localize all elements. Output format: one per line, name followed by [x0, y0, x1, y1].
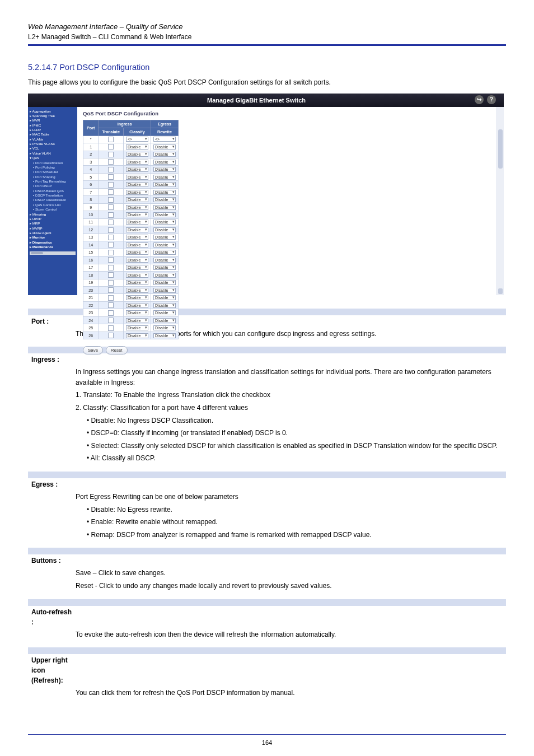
classify-select[interactable]: Disable — [126, 333, 148, 338]
sidebar-item[interactable]: ▸ LLDP — [30, 128, 76, 132]
sidebar-item[interactable]: ▸ MRP — [30, 221, 76, 226]
sidebar-item[interactable]: ▸ UPnP — [30, 217, 76, 221]
rewrite-select[interactable]: Disable — [153, 250, 176, 255]
translate-checkbox[interactable] — [108, 257, 114, 263]
classify-select[interactable]: Disable — [126, 295, 148, 300]
rewrite-select[interactable]: Disable — [153, 197, 176, 202]
translate-checkbox[interactable] — [108, 204, 114, 210]
help-icon[interactable]: ? — [487, 95, 496, 104]
rewrite-select[interactable]: Disable — [153, 235, 176, 240]
classify-select[interactable]: Disable — [126, 258, 148, 263]
sidebar-item[interactable]: ▾ QoS — [30, 156, 76, 160]
classify-select[interactable]: Disable — [126, 273, 148, 278]
sidebar-item[interactable]: ▪ Port Shaping — [30, 175, 76, 179]
sidebar-item[interactable]: ▸ VLANs — [30, 137, 76, 142]
sidebar-item[interactable]: ▸ Diagnostics — [30, 240, 76, 245]
sidebar-item[interactable]: ▪ Port DSCP — [30, 184, 76, 188]
rewrite-select[interactable]: Disable — [153, 182, 176, 187]
classify-select[interactable]: Disable — [126, 212, 148, 217]
classify-select[interactable]: Disable — [126, 220, 148, 225]
translate-checkbox[interactable] — [108, 287, 114, 293]
sidebar-item[interactable]: ▪ DSCP-Based QoS — [30, 189, 76, 193]
translate-checkbox[interactable] — [108, 182, 114, 188]
sidebar-item[interactable]: ▪ Port Scheduler — [30, 170, 76, 174]
sidebar-item[interactable]: ▸ Aggregation — [30, 109, 76, 114]
rewrite-select[interactable]: Disable — [153, 258, 176, 263]
classify-select[interactable]: Disable — [126, 152, 148, 157]
classify-select[interactable]: Disable — [126, 318, 148, 323]
translate-checkbox[interactable] — [108, 167, 114, 172]
reset-button[interactable]: Reset — [106, 346, 128, 354]
classify-select[interactable]: Disable — [126, 310, 148, 315]
sidebar-item[interactable]: ▸ sFlow Agent — [30, 231, 76, 235]
translate-checkbox[interactable] — [108, 212, 114, 218]
classify-select[interactable]: Disable — [126, 235, 148, 240]
classify-select[interactable]: Disable — [126, 167, 148, 172]
translate-checkbox[interactable] — [108, 197, 114, 203]
sidebar-item[interactable]: ▸ IPMC — [30, 123, 76, 128]
translate-checkbox[interactable] — [108, 318, 114, 323]
rewrite-select[interactable]: Disable — [153, 288, 176, 293]
classify-select[interactable]: Disable — [126, 242, 148, 248]
translate-checkbox[interactable] — [108, 174, 114, 180]
translate-checkbox[interactable] — [108, 137, 114, 142]
logout-icon[interactable]: ↪ — [475, 95, 484, 104]
sidebar-item[interactable]: ▸ Monitor — [30, 235, 76, 240]
classify-select[interactable]: Disable — [126, 144, 148, 150]
sidebar-hscroll[interactable] — [30, 251, 76, 255]
rewrite-select[interactable]: Disable — [153, 280, 176, 285]
translate-checkbox[interactable] — [108, 310, 114, 316]
sidebar-item[interactable]: ▸ Mirroring — [30, 212, 76, 217]
translate-checkbox[interactable] — [108, 295, 114, 301]
translate-checkbox[interactable] — [108, 144, 114, 150]
sidebar-item[interactable]: ▸ Voice VLAN — [30, 151, 76, 156]
rewrite-select[interactable]: Disable — [153, 273, 176, 278]
rewrite-select[interactable]: Disable — [153, 295, 176, 300]
translate-checkbox[interactable] — [108, 272, 114, 278]
translate-checkbox[interactable] — [108, 302, 114, 308]
classify-select[interactable]: Disable — [126, 197, 148, 202]
rewrite-select[interactable]: Disable — [153, 242, 176, 248]
sidebar-item[interactable]: ▪ Storm Control — [30, 207, 76, 212]
classify-select[interactable]: <> — [126, 137, 148, 142]
translate-checkbox[interactable] — [108, 152, 114, 157]
translate-checkbox[interactable] — [108, 235, 114, 240]
sidebar-nav[interactable]: ▸ Aggregation▸ Spanning Tree▸ MVR▸ IPMC▸… — [28, 107, 77, 295]
classify-select[interactable]: Disable — [126, 190, 148, 195]
classify-select[interactable]: Disable — [126, 303, 148, 308]
rewrite-select[interactable]: Disable — [153, 325, 176, 330]
rewrite-select[interactable]: Disable — [153, 220, 176, 225]
translate-checkbox[interactable] — [108, 159, 114, 165]
classify-select[interactable]: Disable — [126, 325, 148, 330]
rewrite-select[interactable]: Disable — [153, 144, 176, 150]
rewrite-select[interactable]: <> — [153, 137, 176, 142]
rewrite-select[interactable]: Disable — [153, 227, 176, 232]
sidebar-item[interactable]: ▪ Port Tag Remarking — [30, 179, 76, 184]
translate-checkbox[interactable] — [108, 325, 114, 331]
save-button[interactable]: Save — [83, 346, 103, 354]
classify-select[interactable]: Disable — [126, 280, 148, 285]
content-scrollbar[interactable] — [496, 107, 504, 295]
sidebar-item[interactable]: ▸ Maintenance — [30, 245, 76, 249]
classify-select[interactable]: Disable — [126, 288, 148, 293]
sidebar-item[interactable]: ▸ Private VLANs — [30, 142, 76, 146]
sidebar-hscroll-thumb[interactable] — [31, 252, 43, 254]
classify-select[interactable]: Disable — [126, 227, 148, 232]
translate-checkbox[interactable] — [108, 265, 114, 270]
classify-select[interactable]: Disable — [126, 250, 148, 255]
sidebar-item[interactable]: ▸ MVRP — [30, 226, 76, 231]
rewrite-select[interactable]: Disable — [153, 265, 176, 270]
rewrite-select[interactable]: Disable — [153, 333, 176, 338]
sidebar-item[interactable]: ▪ DSCP Translation — [30, 193, 76, 198]
scrollbar-arrow-down-icon[interactable] — [498, 288, 503, 294]
sidebar-item[interactable]: ▸ MAC Table — [30, 132, 76, 137]
rewrite-select[interactable]: Disable — [153, 303, 176, 308]
translate-checkbox[interactable] — [108, 280, 114, 286]
translate-checkbox[interactable] — [108, 242, 114, 248]
rewrite-select[interactable]: Disable — [153, 310, 176, 315]
classify-select[interactable]: Disable — [126, 205, 148, 210]
rewrite-select[interactable]: Disable — [153, 212, 176, 217]
sidebar-item[interactable]: ▪ DSCP Classification — [30, 198, 76, 202]
rewrite-select[interactable]: Disable — [153, 318, 176, 323]
translate-checkbox[interactable] — [108, 250, 114, 255]
